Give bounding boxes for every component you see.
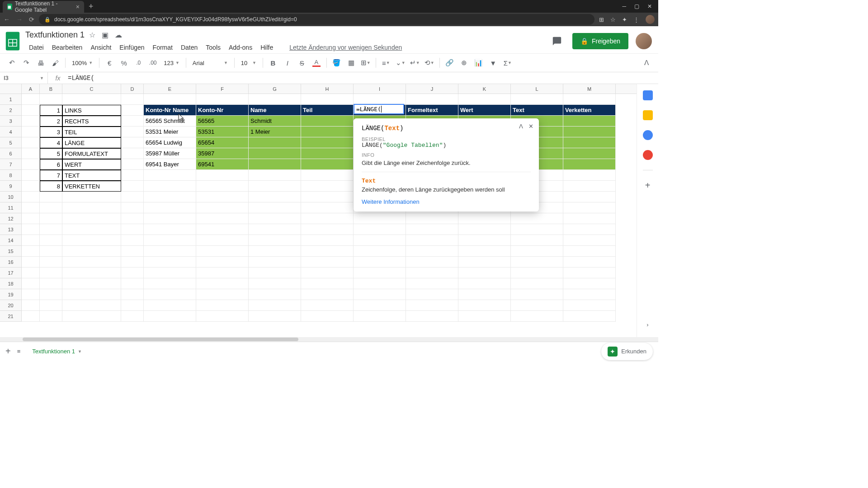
cell[interactable] bbox=[62, 257, 121, 267]
cell[interactable] bbox=[62, 278, 121, 289]
cell[interactable] bbox=[121, 116, 144, 127]
cell[interactable] bbox=[62, 246, 121, 257]
cell[interactable] bbox=[121, 202, 144, 213]
cell[interactable] bbox=[563, 192, 616, 202]
more-info-link[interactable]: Weitere Informationen bbox=[362, 198, 531, 205]
cell[interactable] bbox=[196, 224, 249, 235]
cell[interactable]: RECHTS bbox=[62, 116, 121, 127]
cell[interactable] bbox=[144, 289, 196, 300]
cell[interactable] bbox=[249, 159, 301, 170]
close-tooltip-icon[interactable]: ✕ bbox=[528, 123, 533, 130]
cell[interactable] bbox=[563, 311, 616, 322]
cell[interactable] bbox=[249, 257, 301, 267]
row-header[interactable]: 6 bbox=[0, 148, 22, 159]
row-header[interactable]: 1 bbox=[0, 94, 22, 105]
cell[interactable] bbox=[406, 300, 458, 311]
cell[interactable] bbox=[121, 192, 144, 202]
cell[interactable] bbox=[301, 224, 354, 235]
cell[interactable] bbox=[406, 257, 458, 267]
cell[interactable] bbox=[511, 235, 563, 246]
row-header[interactable]: 20 bbox=[0, 300, 22, 311]
cell[interactable] bbox=[40, 235, 62, 246]
row-header[interactable]: 17 bbox=[0, 267, 22, 278]
cell[interactable] bbox=[22, 181, 40, 192]
cell[interactable] bbox=[144, 224, 196, 235]
cell[interactable] bbox=[249, 300, 301, 311]
number-format-select[interactable]: 123▼ bbox=[161, 60, 182, 66]
cell[interactable]: Wert bbox=[458, 105, 511, 116]
cell[interactable] bbox=[354, 246, 406, 257]
cell[interactable] bbox=[40, 94, 62, 105]
spreadsheet-grid[interactable]: A B C D E F G H I J K L M 121LINKSKonto-… bbox=[0, 84, 637, 337]
cell[interactable] bbox=[301, 246, 354, 257]
italic-button[interactable]: I bbox=[281, 56, 294, 69]
cell[interactable] bbox=[22, 94, 40, 105]
cell[interactable] bbox=[249, 213, 301, 224]
reload-icon[interactable]: ⟳ bbox=[29, 16, 34, 23]
minimize-icon[interactable]: ─ bbox=[622, 3, 626, 9]
undo-button[interactable]: ↶ bbox=[5, 56, 18, 69]
cell[interactable] bbox=[196, 300, 249, 311]
cell[interactable]: Schmidt bbox=[249, 116, 301, 127]
cell[interactable] bbox=[40, 224, 62, 235]
col-header[interactable]: J bbox=[406, 84, 458, 94]
explore-button[interactable]: ✦ Erkunden bbox=[601, 343, 653, 360]
cell[interactable] bbox=[249, 289, 301, 300]
forward-icon[interactable]: → bbox=[16, 16, 23, 23]
percent-button[interactable]: % bbox=[118, 56, 130, 69]
cell[interactable] bbox=[121, 311, 144, 322]
cell[interactable] bbox=[62, 94, 121, 105]
cell[interactable] bbox=[563, 278, 616, 289]
profile-avatar[interactable] bbox=[646, 15, 655, 24]
cell[interactable]: TEXT bbox=[62, 170, 121, 181]
cell[interactable] bbox=[406, 278, 458, 289]
wrap-button[interactable]: ↵▼ bbox=[409, 56, 421, 69]
cell[interactable] bbox=[249, 278, 301, 289]
cell[interactable] bbox=[458, 213, 511, 224]
cell[interactable] bbox=[144, 246, 196, 257]
strikethrough-button[interactable]: S bbox=[296, 56, 308, 69]
comment-button[interactable]: ⊕ bbox=[458, 56, 471, 69]
col-header[interactable]: K bbox=[458, 84, 511, 94]
cell[interactable] bbox=[563, 148, 616, 159]
cell[interactable] bbox=[121, 105, 144, 116]
row-header[interactable]: 8 bbox=[0, 170, 22, 181]
cell[interactable] bbox=[196, 257, 249, 267]
cell[interactable] bbox=[511, 278, 563, 289]
cell[interactable]: 35987 bbox=[196, 148, 249, 159]
menu-addons[interactable]: Add-ons bbox=[225, 42, 256, 52]
cell[interactable] bbox=[144, 257, 196, 267]
cell[interactable] bbox=[121, 170, 144, 181]
cell[interactable] bbox=[62, 202, 121, 213]
cell[interactable] bbox=[563, 116, 616, 127]
share-button[interactable]: 🔒 Freigeben bbox=[572, 33, 628, 49]
cell[interactable] bbox=[563, 159, 616, 170]
cell[interactable] bbox=[563, 257, 616, 267]
cell[interactable] bbox=[22, 224, 40, 235]
cell[interactable] bbox=[301, 267, 354, 278]
cell[interactable] bbox=[511, 246, 563, 257]
cell[interactable] bbox=[563, 224, 616, 235]
cell[interactable] bbox=[196, 246, 249, 257]
col-header[interactable]: B bbox=[40, 84, 62, 94]
cell[interactable] bbox=[354, 278, 406, 289]
increase-decimal-button[interactable]: .00 bbox=[146, 56, 159, 69]
move-doc-icon[interactable]: ▣ bbox=[102, 31, 108, 39]
cell[interactable] bbox=[458, 257, 511, 267]
cell[interactable] bbox=[511, 300, 563, 311]
cell[interactable] bbox=[301, 148, 354, 159]
cell[interactable] bbox=[249, 170, 301, 181]
cell[interactable] bbox=[62, 224, 121, 235]
cell[interactable] bbox=[144, 94, 196, 105]
font-select[interactable]: Arial▼ bbox=[190, 60, 231, 66]
cell[interactable] bbox=[511, 224, 563, 235]
cell[interactable] bbox=[196, 170, 249, 181]
cell[interactable] bbox=[511, 289, 563, 300]
cell[interactable] bbox=[458, 267, 511, 278]
add-addon-icon[interactable]: + bbox=[645, 180, 651, 191]
formula-input[interactable]: =LÄNGE( bbox=[68, 75, 658, 82]
row-header[interactable]: 18 bbox=[0, 278, 22, 289]
cell[interactable]: 69541 Bayer bbox=[144, 159, 196, 170]
row-header[interactable]: 16 bbox=[0, 257, 22, 267]
cell[interactable] bbox=[121, 235, 144, 246]
